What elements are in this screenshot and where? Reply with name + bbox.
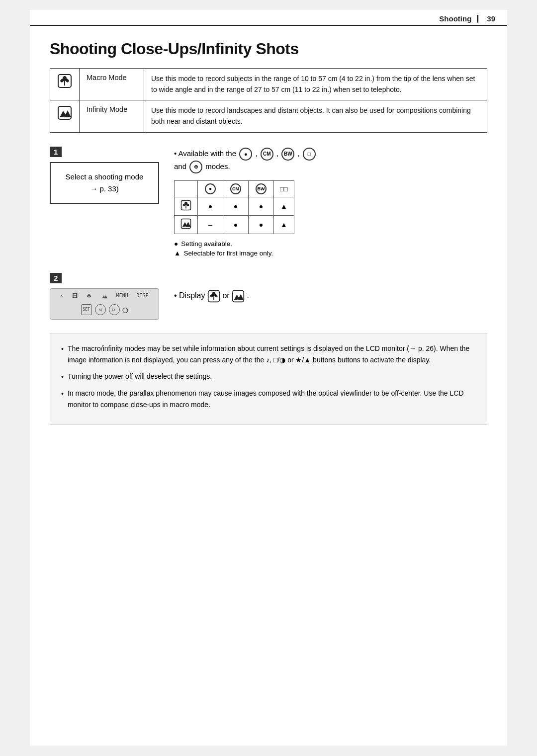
header-separator: ❙	[474, 14, 481, 23]
arrow-symbol: →	[90, 184, 97, 193]
mode-icon-plus: ⊕	[189, 161, 202, 173]
avail-macro-auto: ●	[198, 197, 223, 215]
note-text-2: Turning the power off will deselect the …	[68, 371, 476, 383]
section-label: Shooting	[439, 14, 471, 23]
note-item-3: • In macro mode, the parallax phenomenon…	[61, 388, 476, 411]
avail-macro-box: ▲	[274, 197, 294, 215]
infinity-label: Infinity Mode	[80, 100, 144, 132]
display-infinity-icon	[232, 290, 245, 303]
legend-text-1: Setting available.	[181, 240, 232, 248]
col-icon-auto: ●	[205, 183, 216, 194]
infinity-row-icon	[180, 218, 191, 229]
note-bullet-2: •	[61, 371, 64, 383]
avail-col-box: □□	[274, 180, 294, 197]
note-bullet-1: •	[61, 343, 64, 366]
svg-rect-13	[181, 219, 190, 228]
macro-row-icon	[180, 200, 191, 211]
availability-table: ● CM BW □□	[174, 180, 294, 234]
avail-macro-bw: ●	[249, 197, 274, 215]
step2-row: 2 ⚡ 🎞	[50, 273, 487, 320]
avail-row-macro: ● ● ● ▲	[175, 197, 294, 215]
mode-icon-cm: CM	[261, 148, 273, 161]
cam-icon-flash: ⚡	[60, 293, 64, 301]
content-area: Shooting Close-Ups/Infinity Shots	[30, 26, 507, 445]
mode-table: Macro Mode Use this mode to record subje…	[50, 68, 487, 133]
step1-badge: 1	[50, 147, 62, 157]
note-bullet-3: •	[61, 388, 64, 411]
infinity-icon	[57, 105, 72, 120]
legend-bullet-2: ▲	[174, 250, 180, 257]
cam-label-menu: MENU	[116, 293, 128, 301]
avail-col-auto: ●	[198, 180, 223, 197]
step1-instruction-line1: Select a shooting mode	[61, 171, 148, 183]
cam-btn-left: ◁	[95, 304, 106, 315]
table-row: Infinity Mode Use this mode to record la…	[50, 100, 487, 132]
macro-icon-cell	[50, 69, 80, 100]
camera-top-row: ⚡ 🎞	[56, 293, 153, 301]
step2-image-box: 2 ⚡ 🎞	[50, 273, 159, 320]
avail-col-bw: BW	[249, 180, 274, 197]
avail-infinity-auto: –	[198, 215, 223, 234]
macro-icon	[57, 74, 72, 88]
mode-icon-box: □	[303, 148, 316, 161]
svg-marker-29	[238, 294, 244, 300]
col-icon-box: □□	[280, 185, 288, 193]
step2-badge: 2	[50, 273, 62, 283]
macro-description: Use this mode to record subjects in the …	[144, 69, 487, 100]
step1-row: 1 Select a shooting mode → p. 33) • Avai…	[50, 147, 487, 259]
step1-box: 1 Select a shooting mode → p. 33)	[50, 147, 159, 204]
display-macro-icon	[207, 290, 220, 303]
svg-marker-21	[104, 295, 108, 298]
avail-infinity-box: ▲	[274, 215, 294, 234]
available-modes-text: • Available with the ● , CM , BW , □ and…	[174, 148, 487, 173]
step2-instruction: • Display or .	[174, 290, 487, 303]
avail-row-infinity: – ● ● ▲	[175, 215, 294, 234]
cam-icon-macro-sm	[86, 293, 92, 301]
cam-btn-circle-large: ○	[123, 304, 128, 315]
cam-icon-film: 🎞	[72, 293, 78, 301]
legend-text-2: Selectable for first image only.	[183, 250, 273, 257]
infinity-icon-cell	[50, 100, 80, 132]
step1-content: Select a shooting mode → p. 33)	[50, 162, 159, 204]
cam-btn-set: SET	[81, 304, 92, 315]
table-row: Macro Mode Use this mode to record subje…	[50, 69, 487, 100]
step1-right: • Available with the ● , CM , BW , □ and…	[174, 147, 487, 259]
infinity-description: Use this mode to record landscapes and d…	[144, 100, 487, 132]
avail-col-empty	[175, 180, 198, 197]
col-icon-cm: CM	[230, 183, 241, 194]
avail-row-infinity-icon	[175, 215, 198, 234]
avail-infinity-cm: ●	[223, 215, 249, 234]
legend-item-2: ▲ Selectable for first image only.	[174, 250, 487, 257]
legend-item-1: ● Setting available.	[174, 240, 487, 248]
mode-icon-auto: ●	[239, 148, 252, 161]
avail-row-macro-icon	[175, 197, 198, 215]
legend-bullet-1: ●	[174, 240, 178, 248]
or-text: or	[222, 291, 229, 300]
cam-label-disp: DISP	[137, 293, 149, 301]
step1-instruction-line2: → p. 33)	[61, 183, 148, 195]
notes-section: • The macro/infinity modes may be set wh…	[50, 334, 487, 425]
avail-infinity-bw: ●	[249, 215, 274, 234]
header-bar: Shooting ❙ 39	[30, 10, 507, 26]
svg-marker-7	[64, 110, 71, 117]
svg-marker-15	[185, 222, 190, 227]
svg-rect-27	[233, 290, 244, 302]
col-icon-bw: BW	[256, 183, 267, 194]
svg-rect-5	[58, 106, 71, 119]
note-item-2: • Turning the power off will deselect th…	[61, 371, 476, 383]
avail-col-cm: CM	[223, 180, 249, 197]
page-title: Shooting Close-Ups/Infinity Shots	[50, 40, 487, 58]
avail-macro-cm: ●	[223, 197, 249, 215]
page: Shooting ❙ 39 Shooting Close-Ups/Infinit…	[30, 10, 507, 746]
note-text-3: In macro mode, the parallax phenomenon m…	[68, 388, 476, 411]
page-number: 39	[487, 14, 495, 23]
camera-bottom-row: SET ◁ ▷ ○	[56, 304, 153, 315]
note-text-1: The macro/infinity modes may be set whil…	[68, 343, 476, 366]
macro-label: Macro Mode	[80, 69, 144, 100]
cam-btn-right: ▷	[109, 304, 120, 315]
avail-table-header-row: ● CM BW □□	[175, 180, 294, 197]
cam-icon-inf-sm	[101, 293, 108, 301]
mode-icon-bw: BW	[281, 148, 294, 161]
note-item-1: • The macro/infinity modes may be set wh…	[61, 343, 476, 366]
camera-panel: ⚡ 🎞	[50, 288, 159, 320]
